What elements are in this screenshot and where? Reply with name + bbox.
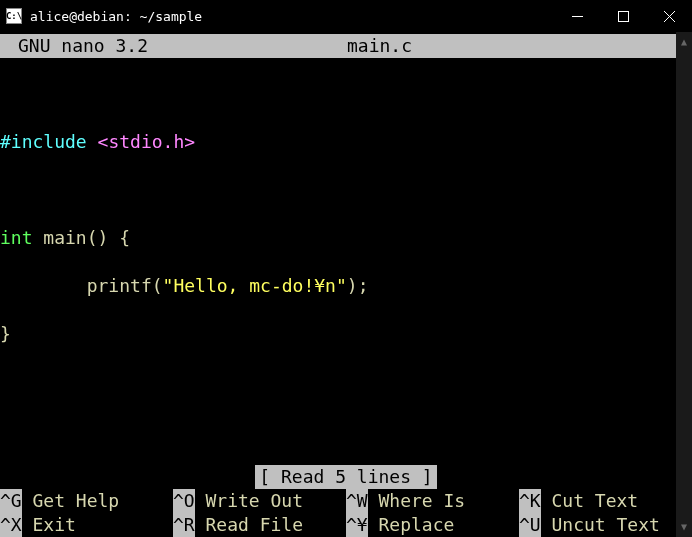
hotkey-replace[interactable]: ^¥Replace xyxy=(346,513,519,537)
scrollbar[interactable]: ▲ ▼ xyxy=(676,32,692,537)
code-printf-call: printf( xyxy=(0,275,163,296)
nano-version: GNU nano 3.2 xyxy=(0,34,347,58)
nano-hotkeys: ^GGet Help ^OWrite Out ^WWhere Is ^KCut … xyxy=(0,489,692,537)
cmd-icon xyxy=(6,8,22,24)
window-title: alice@debian: ~/sample xyxy=(28,9,554,24)
close-icon xyxy=(664,11,675,22)
editor-content[interactable]: #include <stdio.h> int main() { printf("… xyxy=(0,58,692,465)
hotkey-where-is[interactable]: ^WWhere Is xyxy=(346,489,519,513)
hotkey-cut-text[interactable]: ^KCut Text xyxy=(519,489,692,513)
close-button[interactable] xyxy=(646,0,692,32)
nano-status-text: [ Read 5 lines ] xyxy=(255,465,436,489)
titlebar[interactable]: alice@debian: ~/sample xyxy=(0,0,692,32)
code-header: <stdio.h> xyxy=(98,131,196,152)
hotkey-get-help[interactable]: ^GGet Help xyxy=(0,489,173,513)
scroll-down-icon[interactable]: ▼ xyxy=(676,519,692,535)
code-type: int xyxy=(0,227,33,248)
code-string-lit: "Hello, mc-do!¥n" xyxy=(163,275,347,296)
nano-header: GNU nano 3.2 main.c xyxy=(0,34,692,58)
window-root: alice@debian: ~/sample GNU nano 3.2 main… xyxy=(0,0,692,537)
maximize-icon xyxy=(618,11,629,22)
hotkey-write-out[interactable]: ^OWrite Out xyxy=(173,489,346,513)
code-blank xyxy=(0,178,692,202)
hotkey-read-file[interactable]: ^RRead File xyxy=(173,513,346,537)
nano-status-line: [ Read 5 lines ] xyxy=(0,465,692,489)
svg-rect-1 xyxy=(618,11,628,21)
nano-filename: main.c xyxy=(347,34,676,58)
minimize-icon xyxy=(572,11,583,22)
code-preproc: #include xyxy=(0,131,98,152)
hotkey-exit[interactable]: ^XExit xyxy=(0,513,173,537)
hotkey-uncut-text[interactable]: ^UUncut Text xyxy=(519,513,692,537)
maximize-button[interactable] xyxy=(600,0,646,32)
terminal-area[interactable]: GNU nano 3.2 main.c #include <stdio.h> i… xyxy=(0,32,692,537)
code-close-brace: } xyxy=(0,323,11,344)
code-main-sig: main() { xyxy=(33,227,131,248)
minimize-button[interactable] xyxy=(554,0,600,32)
code-printf-end: ); xyxy=(347,275,369,296)
scroll-up-icon[interactable]: ▲ xyxy=(676,34,692,50)
